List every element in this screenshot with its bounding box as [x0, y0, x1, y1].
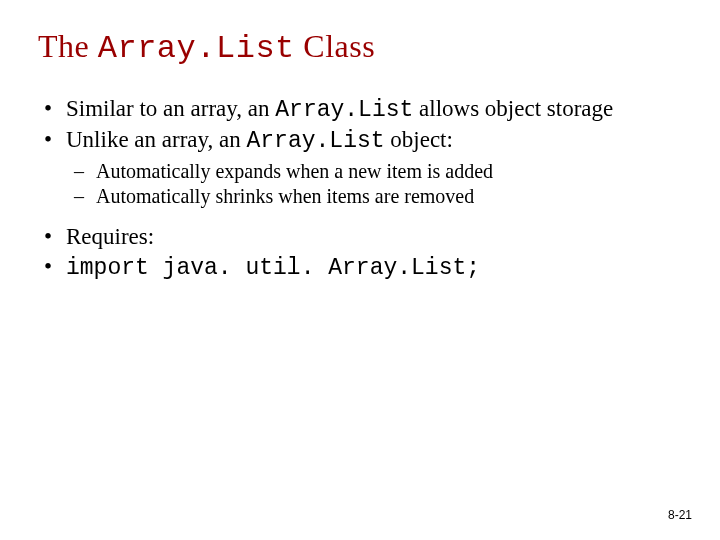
title-post: Class	[295, 28, 375, 64]
code-line: import java. util. Array.List;	[66, 255, 480, 281]
inline-code: Array.List	[275, 97, 413, 123]
bullet-text: Unlike an array, an	[66, 127, 247, 152]
slide: The Array.List Class Similar to an array…	[0, 0, 720, 540]
bullet-text: Requires:	[66, 224, 154, 249]
bullet-item: Similar to an array, an Array.List allow…	[66, 95, 682, 124]
bullet-text: object:	[385, 127, 453, 152]
sub-bullet-item: Automatically shrinks when items are rem…	[96, 184, 682, 208]
bullet-item: Requires:	[66, 223, 682, 251]
bullet-item: Unlike an array, an Array.List object: A…	[66, 126, 682, 209]
sub-bullet-text: Automatically shrinks when items are rem…	[96, 185, 474, 207]
bullet-list: Requires: import java. util. Array.List;	[38, 223, 682, 282]
bullet-text: Similar to an array, an	[66, 96, 275, 121]
sub-bullet-text: Automatically expands when a new item is…	[96, 160, 493, 182]
inline-code: Array.List	[247, 128, 385, 154]
bullet-text: allows object storage	[413, 96, 613, 121]
bullet-list: Similar to an array, an Array.List allow…	[38, 95, 682, 209]
page-number: 8-21	[668, 508, 692, 522]
bullet-item: import java. util. Array.List;	[66, 253, 682, 282]
title-code: Array.List	[98, 30, 295, 67]
sub-bullet-item: Automatically expands when a new item is…	[96, 159, 682, 183]
slide-title: The Array.List Class	[38, 28, 682, 67]
title-pre: The	[38, 28, 98, 64]
sub-bullet-list: Automatically expands when a new item is…	[66, 159, 682, 209]
